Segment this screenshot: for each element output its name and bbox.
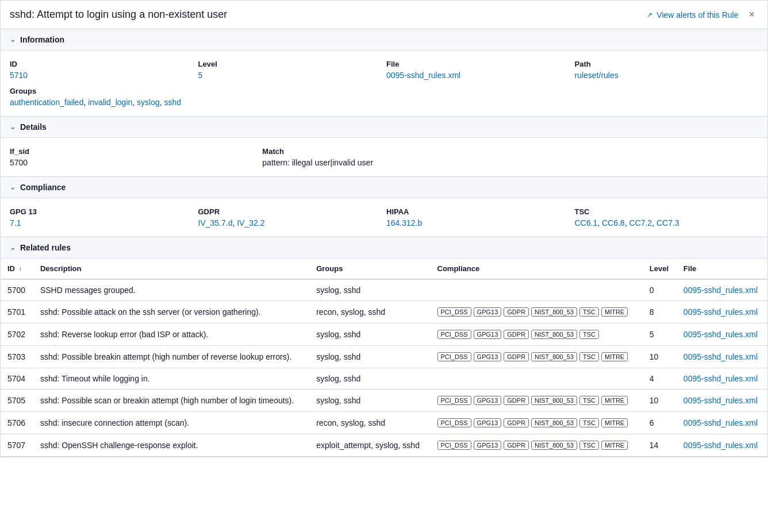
table-row: 5705 sshd: Possible scan or breakin atte…: [1, 390, 767, 412]
file-link[interactable]: 0095-sshd_rules.xml: [683, 286, 758, 295]
hipaa-field: HIPAA 164.312.b: [386, 207, 570, 228]
compliance-badge: NIST_800_53: [531, 307, 577, 317]
compliance-toggle[interactable]: ⌄ Compliance: [1, 177, 767, 198]
cell-level: 8: [643, 301, 677, 323]
cell-groups: syslog, sshd: [309, 368, 430, 390]
cell-file: 0095-sshd_rules.xml: [677, 279, 767, 301]
group-link[interactable]: syslog: [137, 98, 160, 107]
col-id[interactable]: ID ↑: [1, 259, 33, 279]
group-link[interactable]: authentication_failed: [10, 98, 83, 107]
compliance-badge: NIST_800_53: [531, 441, 577, 450]
col-file: File: [677, 259, 767, 279]
cell-id: 5707: [1, 434, 33, 457]
file-link[interactable]: 0095-sshd_rules.xml: [683, 330, 758, 339]
cell-description: sshd: Possible scan or breakin attempt (…: [33, 390, 309, 412]
file-link[interactable]: 0095-sshd_rules.xml: [683, 418, 758, 427]
information-section: ⌄ Information ID 5710 Level 5 File 0095-…: [1, 29, 767, 117]
cell-groups: exploit_attempt, syslog, sshd: [309, 434, 430, 457]
badges-container: PCI_DSSGPG13GDPRNIST_800_53TSC: [437, 329, 636, 340]
gdpr-value-link[interactable]: IV_35.7.d: [198, 218, 233, 228]
related-rules-content: ID ↑ Description Groups Compliance: [1, 259, 767, 457]
compliance-section: ⌄ Compliance GPG 13 7.1 GDPR IV_35.7.d, …: [1, 177, 767, 237]
cell-file: 0095-sshd_rules.xml: [677, 390, 767, 412]
tsc-values: CC6.1, CC6.8, CC7.2, CC7.3: [575, 218, 759, 228]
cell-description: sshd: OpenSSH challenge-response exploit…: [33, 434, 309, 457]
cell-level: 6: [643, 412, 677, 434]
compliance-badge: GDPR: [504, 307, 529, 317]
compliance-badge: PCI_DSS: [437, 396, 471, 405]
compliance-badge: MITRE: [601, 418, 628, 427]
file-link[interactable]: 0095-sshd_rules.xml: [683, 352, 758, 361]
group-link[interactable]: invalid_login: [88, 98, 132, 107]
gpg13-value[interactable]: 7.1: [10, 218, 21, 228]
cell-level: 10: [643, 346, 677, 368]
col-level: Level: [643, 259, 677, 279]
badges-container: PCI_DSSGPG13GDPRNIST_800_53TSCMITRE: [437, 307, 636, 317]
cell-compliance: [431, 368, 643, 390]
table-header: ID ↑ Description Groups Compliance: [1, 259, 767, 279]
cell-description: sshd: Timeout while logging in.: [33, 368, 309, 390]
cell-file: 0095-sshd_rules.xml: [677, 301, 767, 323]
groups-field: Groups authentication_failed, invalid_lo…: [10, 87, 758, 107]
details-section: ⌄ Details If_sid 5700 Match pattern: ill…: [1, 117, 767, 177]
cell-file: 0095-sshd_rules.xml: [677, 323, 767, 346]
compliance-badge: MITRE: [601, 396, 628, 405]
table-row: 5702 sshd: Reverse lookup error (bad ISP…: [1, 323, 767, 346]
file-link[interactable]: 0095-sshd_rules.xml: [683, 307, 758, 317]
cell-groups: syslog, sshd: [309, 323, 430, 346]
path-value[interactable]: ruleset/rules: [575, 71, 619, 80]
cell-id: 5700: [1, 279, 33, 301]
compliance-badge: TSC: [579, 396, 599, 405]
cell-file: 0095-sshd_rules.xml: [677, 368, 767, 390]
file-value[interactable]: 0095-sshd_rules.xml: [386, 71, 460, 80]
details-toggle[interactable]: ⌄ Details: [1, 117, 767, 138]
compliance-badge: NIST_800_53: [531, 418, 577, 427]
information-toggle[interactable]: ⌄ Information: [1, 29, 767, 51]
cell-compliance: PCI_DSSGPG13GDPRNIST_800_53TSCMITRE: [431, 412, 643, 434]
if-sid-field: If_sid 5700: [10, 147, 258, 167]
table-row: 5704 sshd: Timeout while logging in. sys…: [1, 368, 767, 390]
related-rules-section: ⌄ Related rules ID ↑ Description Gro: [1, 237, 767, 457]
compliance-badge: TSC: [579, 441, 599, 450]
cell-groups: syslog, sshd: [309, 390, 430, 412]
group-link[interactable]: sshd: [164, 98, 182, 107]
view-alerts-link[interactable]: ↗ View alerts of this Rule: [647, 10, 738, 20]
panel-header: sshd: Attempt to login using a non-exist…: [1, 1, 767, 29]
cell-compliance: PCI_DSSGPG13GDPRNIST_800_53TSC: [431, 323, 643, 346]
related-rules-toggle[interactable]: ⌄ Related rules: [1, 237, 767, 259]
cell-description: sshd: Possible breakin attempt (high num…: [33, 346, 309, 368]
cell-description: sshd: insecure connection attempt (scan)…: [33, 412, 309, 434]
cell-level: 10: [643, 390, 677, 412]
table-row: 5707 sshd: OpenSSH challenge-response ex…: [1, 434, 767, 457]
compliance-badge: PCI_DSS: [437, 441, 471, 450]
cell-id: 5706: [1, 412, 33, 434]
compliance-badge: TSC: [579, 307, 599, 317]
level-value[interactable]: 5: [198, 71, 203, 80]
tsc-value-link[interactable]: CC7.2: [629, 218, 652, 228]
badges-container: PCI_DSSGPG13GDPRNIST_800_53TSCMITRE: [437, 352, 636, 362]
file-link[interactable]: 0095-sshd_rules.xml: [683, 441, 758, 450]
gdpr-value-link[interactable]: IV_32.2: [237, 218, 264, 228]
badges-container: PCI_DSSGPG13GDPRNIST_800_53TSCMITRE: [437, 418, 636, 428]
compliance-badge: GPG13: [474, 418, 502, 427]
compliance-badge: MITRE: [601, 307, 628, 317]
cell-file: 0095-sshd_rules.xml: [677, 412, 767, 434]
tsc-value-link[interactable]: CC6.1: [575, 218, 598, 228]
hipaa-value[interactable]: 164.312.b: [386, 218, 422, 228]
tsc-value-link[interactable]: CC6.8: [602, 218, 625, 228]
compliance-badge: GPG13: [474, 352, 502, 361]
compliance-badge: GDPR: [504, 418, 529, 427]
sort-icon: ↑: [19, 266, 22, 272]
file-field: File 0095-sshd_rules.xml: [386, 60, 570, 80]
panel-title: sshd: Attempt to login using a non-exist…: [10, 9, 227, 21]
close-button[interactable]: ×: [745, 7, 758, 22]
id-value[interactable]: 5710: [10, 71, 28, 80]
file-link[interactable]: 0095-sshd_rules.xml: [683, 374, 758, 383]
rule-detail-panel: sshd: Attempt to login using a non-exist…: [0, 0, 768, 457]
compliance-badge: PCI_DSS: [437, 418, 471, 427]
tsc-value-link[interactable]: CC7.3: [656, 218, 679, 228]
cell-id: 5705: [1, 390, 33, 412]
file-link[interactable]: 0095-sshd_rules.xml: [683, 396, 758, 405]
gpg13-field: GPG 13 7.1: [10, 207, 194, 228]
gdpr-field: GDPR IV_35.7.d, IV_32.2: [198, 207, 382, 228]
